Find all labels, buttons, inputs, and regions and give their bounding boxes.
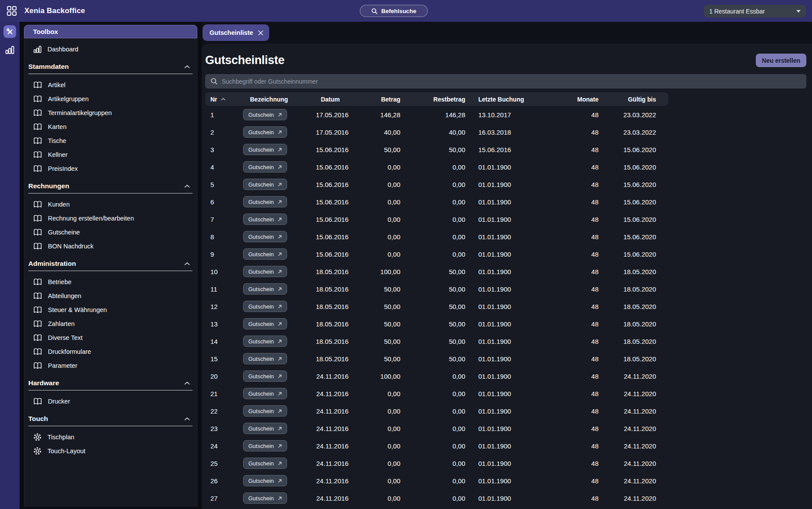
header-cell-bezeichnung[interactable]: Bezeichnung	[237, 96, 301, 103]
table-row: 21Gutschein24.11.20160,000,0001.01.19004…	[205, 385, 668, 402]
voucher-open-button-label: Gutschein	[248, 356, 274, 362]
voucher-open-button[interactable]: Gutschein	[243, 266, 287, 277]
cell-monate: 48	[562, 442, 599, 450]
location-selector[interactable]: 1 Restaurant Essbar	[704, 5, 806, 17]
voucher-search-input[interactable]	[222, 78, 801, 85]
cell-restbetrag: 0,00	[400, 233, 465, 241]
book-icon	[33, 348, 42, 356]
voucher-open-button[interactable]: Gutschein	[243, 179, 287, 190]
sidebar-section-header-stammdaten[interactable]: Stammdaten	[28, 61, 193, 72]
sidebar-item-terminalartikelgruppen[interactable]: Terminalartikelgruppen	[28, 106, 193, 120]
sidebar-item-rechnung-erstellen-bearbeiten[interactable]: Rechnung erstellen/bearbeiten	[28, 211, 193, 225]
cell-bezeichnung: Gutschein	[237, 440, 301, 451]
voucher-open-button[interactable]: Gutschein	[243, 144, 287, 155]
cell-letzte-buchung: 01.01.1900	[465, 355, 562, 363]
voucher-open-button[interactable]: Gutschein	[243, 283, 287, 295]
cell-gueltig-bis: 18.05.2020	[599, 320, 660, 328]
voucher-open-button[interactable]: Gutschein	[243, 301, 287, 312]
voucher-open-button[interactable]: Gutschein	[243, 458, 287, 469]
header-cell-datum[interactable]: Datum	[301, 96, 351, 103]
sidebar-item-parameter[interactable]: Parameter	[28, 359, 193, 373]
voucher-open-button[interactable]: Gutschein	[243, 388, 287, 399]
sidebar-item-tischplan[interactable]: Tischplan	[28, 430, 193, 444]
create-voucher-button[interactable]: Neu erstellen	[756, 54, 806, 67]
command-search-label: Befehlsuche	[381, 8, 416, 14]
page-title: Gutscheinliste	[205, 54, 284, 67]
voucher-open-button[interactable]: Gutschein	[243, 196, 287, 207]
voucher-open-button-label: Gutschein	[248, 268, 274, 275]
voucher-open-button[interactable]: Gutschein	[243, 440, 287, 451]
voucher-open-button[interactable]: Gutschein	[243, 126, 287, 138]
sidebar-item-diverse-text[interactable]: Diverse Text	[28, 331, 193, 345]
header-cell-letzte-buchung[interactable]: Letzte Buchung	[465, 96, 562, 103]
voucher-open-button[interactable]: Gutschein	[243, 353, 287, 364]
toolbox-rail-button[interactable]	[3, 25, 16, 38]
sidebar-item-dashboard[interactable]: Dashboard	[28, 42, 193, 56]
sidebar-item-touch-layout[interactable]: Touch-Layout	[28, 444, 193, 458]
reports-rail-button[interactable]	[5, 45, 15, 55]
cell-datum: 24.11.2016	[301, 373, 351, 380]
sidebar-item-tische[interactable]: Tische	[28, 134, 193, 148]
table-row: 15Gutschein18.05.201650,0050,0001.01.190…	[205, 350, 668, 367]
sidebar-item-artikel[interactable]: Artikel	[28, 78, 193, 92]
sidebar-item-steuer-w-hrungen[interactable]: Steuer & Währungen	[28, 303, 193, 317]
cell-betrag: 40,00	[351, 129, 400, 136]
sidebar-item-karten[interactable]: Karten	[28, 120, 193, 134]
sidebar-item-betriebe[interactable]: Betriebe	[28, 275, 193, 289]
arrow-ne-icon	[277, 252, 282, 257]
cell-monate: 48	[562, 373, 599, 380]
section-divider	[28, 426, 193, 426]
command-search-button[interactable]: Befehlsuche	[360, 5, 428, 17]
sidebar-item-abteilungen[interactable]: Abteilungen	[28, 289, 193, 303]
voucher-search[interactable]	[205, 74, 806, 88]
header-cell-g-ltig-bis[interactable]: Gültig bis	[599, 96, 660, 103]
sidebar-section-header-touch[interactable]: Touch	[28, 414, 193, 424]
voucher-open-button[interactable]: Gutschein	[243, 109, 287, 120]
sidebar-item-label: Kellner	[48, 151, 68, 158]
sidebar-section-header-hardware[interactable]: Hardware	[28, 378, 193, 388]
header-cell-restbetrag[interactable]: Restbetrag	[400, 96, 465, 103]
cell-letzte-buchung: 01.01.1900	[465, 216, 562, 223]
main-area: Gutscheinliste Gutscheinliste Neu erstel…	[202, 22, 812, 509]
sidebar-item-bon-nachdruck[interactable]: BON Nachdruck	[28, 239, 193, 253]
sidebar-item-gutscheine[interactable]: Gutscheine	[28, 225, 193, 239]
cell-letzte-buchung: 01.01.1900	[465, 425, 562, 432]
voucher-open-button[interactable]: Gutschein	[243, 370, 287, 382]
tab-gutscheinliste[interactable]: Gutscheinliste	[203, 24, 269, 41]
voucher-open-button[interactable]: Gutschein	[243, 248, 287, 260]
voucher-open-button[interactable]: Gutschein	[243, 475, 287, 486]
header-label: Datum	[321, 96, 340, 103]
sidebar-item-druckformulare[interactable]: Druckformulare	[28, 345, 193, 359]
sidebar-item-drucker[interactable]: Drucker	[28, 394, 193, 408]
cell-monate: 48	[562, 460, 599, 467]
voucher-open-button[interactable]: Gutschein	[243, 492, 287, 504]
voucher-open-button[interactable]: Gutschein	[243, 336, 287, 347]
sidebar-item-preisindex[interactable]: PreisIndex	[28, 162, 193, 176]
cell-datum: 15.06.2016	[301, 163, 351, 171]
cell-datum: 24.11.2016	[301, 460, 351, 467]
voucher-open-button[interactable]: Gutschein	[243, 214, 287, 225]
sidebar-item-kellner[interactable]: Kellner	[28, 148, 193, 162]
voucher-open-button[interactable]: Gutschein	[243, 161, 287, 173]
cell-monate: 48	[562, 477, 599, 485]
cell-restbetrag: 40,00	[400, 129, 465, 136]
voucher-open-button[interactable]: Gutschein	[243, 231, 287, 242]
app-grid-icon[interactable]	[6, 5, 17, 17]
voucher-open-button[interactable]: Gutschein	[243, 423, 287, 434]
sidebar-item-zahlarten[interactable]: Zahlarten	[28, 317, 193, 331]
cell-letzte-buchung: 01.01.1900	[465, 163, 562, 171]
header-cell-monate[interactable]: Monate	[562, 96, 599, 103]
chevron-up-icon	[184, 381, 190, 385]
sidebar-section-header-rechnungen[interactable]: Rechnungen	[28, 181, 193, 191]
table-header-row: NrBezeichnungDatumBetragRestbetragLetzte…	[205, 92, 668, 106]
table-row: 5Gutschein15.06.20160,000,0001.01.190048…	[205, 176, 668, 193]
sidebar-section-header-administration[interactable]: Administration	[28, 258, 193, 269]
voucher-open-button[interactable]: Gutschein	[243, 405, 287, 417]
arrow-ne-icon	[277, 200, 282, 204]
sidebar-item-artikelgruppen[interactable]: Artikelgruppen	[28, 92, 193, 106]
header-cell-nr[interactable]: Nr	[205, 96, 237, 103]
header-cell-betrag[interactable]: Betrag	[351, 96, 400, 103]
voucher-open-button[interactable]: Gutschein	[243, 318, 287, 329]
sidebar-item-kunden[interactable]: Kunden	[28, 197, 193, 211]
tab-close-button[interactable]	[258, 30, 264, 36]
